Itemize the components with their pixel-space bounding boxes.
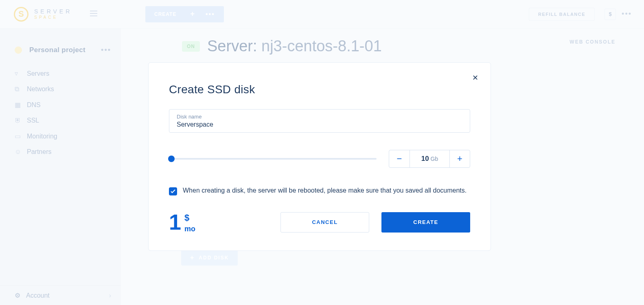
close-icon[interactable]: ✕ xyxy=(472,73,478,82)
price-currency: $ xyxy=(184,213,195,223)
increment-button[interactable]: + xyxy=(449,150,470,167)
consent-row: When creating a disk, the server will be… xyxy=(169,187,470,195)
cancel-button[interactable]: CANCEL xyxy=(280,212,369,233)
size-slider[interactable] xyxy=(169,158,377,160)
consent-text: When creating a disk, the server will be… xyxy=(183,187,467,195)
decrement-button[interactable]: − xyxy=(389,150,410,167)
slider-thumb[interactable] xyxy=(168,156,175,162)
disk-name-input[interactable] xyxy=(177,121,462,128)
modal-footer: 1 $ mo CANCEL CREATE xyxy=(169,211,470,233)
size-value: 10 Gb xyxy=(410,150,449,167)
create-disk-button[interactable]: CREATE xyxy=(381,212,470,233)
disk-name-field[interactable]: Disk name xyxy=(169,109,470,133)
price-amount: 1 xyxy=(169,211,181,233)
create-disk-modal: ✕ Create SSD disk Disk name − 10 Gb + Wh… xyxy=(148,62,491,251)
modal-title: Create SSD disk xyxy=(169,83,470,96)
size-row: − 10 Gb + xyxy=(169,150,470,168)
disk-name-label: Disk name xyxy=(177,114,462,120)
price-period: mo xyxy=(184,225,195,233)
size-stepper: − 10 Gb + xyxy=(389,150,470,168)
consent-checkbox[interactable] xyxy=(169,187,177,195)
price-display: 1 $ mo xyxy=(169,211,195,233)
